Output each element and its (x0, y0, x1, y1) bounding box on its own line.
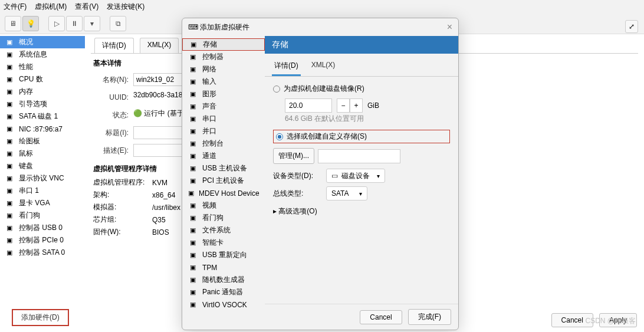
dlg-side-label: 并口 (202, 126, 216, 136)
dlg-side-4[interactable]: ▣图形 (182, 88, 265, 100)
dlg-side-16[interactable]: ▣智能卡 (182, 236, 265, 249)
keyboard-icon: ▣ (5, 162, 14, 170)
dlg-side-label: 文件系统 (202, 225, 231, 235)
dlg-side-9[interactable]: ▣通道 (182, 150, 265, 162)
app-cancel-button[interactable]: Cancel (551, 313, 593, 327)
sidebar-item-16[interactable]: ▣控制器 PCIe 0 (0, 234, 85, 246)
sidebar-item-17[interactable]: ▣控制器 SATA 0 (0, 246, 85, 259)
storage-icon: ▣ (189, 41, 198, 49)
sidebar-item-6[interactable]: ▣SATA 磁盘 1 (0, 110, 85, 123)
tab-0[interactable]: 详情(D) (94, 38, 134, 53)
menu-view[interactable]: 查看(V) (75, 2, 98, 12)
tb-play-icon[interactable]: ▷ (48, 16, 65, 31)
dlg-side-label: 图形 (202, 89, 216, 99)
sidebar-item-0[interactable]: ▣概况 (0, 36, 85, 48)
vsock-icon: ▣ (188, 301, 198, 309)
size-input[interactable] (285, 98, 332, 113)
sidebar-item-label: 显卡 VGA (19, 198, 50, 208)
dlg-side-12[interactable]: ▣MDEV Host Device (182, 187, 265, 199)
bus-type-dropdown[interactable]: SATA ▾ (326, 186, 367, 200)
tb-info-icon[interactable]: 💡 (22, 16, 39, 31)
sidebar-item-10[interactable]: ▣键盘 (0, 160, 85, 172)
fullscreen-icon[interactable]: ⤢ (625, 20, 638, 33)
tb-pause-icon[interactable]: ⏸ (66, 16, 83, 31)
advanced-options-label[interactable]: 高级选项(O) (278, 207, 317, 215)
dlg-side-20[interactable]: ▣Panic 通知器 (182, 286, 265, 298)
sidebar-item-3[interactable]: ▣CPU 数 (0, 73, 85, 86)
dlg-side-5[interactable]: ▣声音 (182, 100, 265, 113)
dlg-side-19[interactable]: ▣随机数生成器 (182, 274, 265, 286)
finish-button[interactable]: 完成(F) (408, 309, 451, 325)
sidebar-item-8[interactable]: ▣绘图板 (0, 135, 85, 147)
network-icon: ▣ (188, 65, 198, 74)
dlg-side-6[interactable]: ▣串口 (182, 113, 265, 125)
dlg-side-11[interactable]: ▣PCI 主机设备 (182, 175, 265, 187)
sidebar-item-11[interactable]: ▣显示协议 VNC (0, 172, 85, 185)
disk-icon: ▣ (5, 113, 14, 121)
dlg-tab-1[interactable]: XML(X) (309, 58, 338, 76)
radio-create-image[interactable] (273, 86, 280, 93)
name-input[interactable] (133, 73, 186, 86)
dlg-side-7[interactable]: ▣并口 (182, 125, 265, 137)
dlg-side-1[interactable]: ▣控制器 (182, 51, 265, 63)
tab-1[interactable]: XML(X) (140, 38, 179, 53)
dlg-side-14[interactable]: ▣看门狗 (182, 212, 265, 224)
usb-host-icon: ▣ (188, 165, 198, 173)
sidebar-item-5[interactable]: ▣引导选项 (0, 98, 85, 110)
dlg-side-21[interactable]: ▣VirtIO VSOCK (182, 298, 265, 311)
info-icon: ▣ (5, 51, 14, 59)
size-minus-button[interactable]: − (337, 98, 350, 113)
dlg-side-15[interactable]: ▣文件系统 (182, 224, 265, 236)
app-apply-button[interactable]: Apply (599, 313, 637, 327)
dlg-side-17[interactable]: ▣USB 重新定向 (182, 249, 265, 261)
size-plus-button[interactable]: + (350, 98, 363, 113)
cancel-button[interactable]: Cancel (360, 310, 402, 324)
sidebar-item-14[interactable]: ▣看门狗 (0, 209, 85, 222)
sidebar-item-4[interactable]: ▣内存 (0, 86, 85, 98)
title-input[interactable] (133, 126, 186, 139)
window-icon: ⌨ (188, 23, 198, 31)
desc-input[interactable] (133, 144, 186, 157)
tb-shutdown-icon[interactable]: ▾ (84, 16, 100, 31)
sidebar-item-7[interactable]: ▣NIC :87:96:a7 (0, 123, 85, 135)
dlg-side-label: MDEV Host Device (199, 189, 259, 198)
sidebar-item-13[interactable]: ▣显卡 VGA (0, 197, 85, 209)
device-type-dropdown[interactable]: ▭ 磁盘设备 ▾ (326, 169, 385, 183)
fs-icon: ▣ (188, 226, 198, 235)
menu-sendkeys[interactable]: 发送按键(K) (107, 2, 144, 12)
dlg-side-13[interactable]: ▣视频 (182, 199, 265, 212)
dlg-side-label: 串口 (202, 114, 216, 124)
storage-path-input[interactable] (318, 149, 400, 163)
sidebar-item-1[interactable]: ▣系统信息 (0, 48, 85, 61)
radio-custom-storage[interactable] (276, 133, 283, 140)
mdev-icon: ▣ (188, 189, 194, 198)
add-hardware-button[interactable]: 添加硬件(D) (12, 309, 69, 326)
dlg-side-0[interactable]: ▣存储 (182, 38, 265, 51)
detail-label-3: 芯片组: (93, 215, 146, 225)
dlg-side-3[interactable]: ▣输入 (182, 75, 265, 88)
sidebar-item-15[interactable]: ▣控制器 USB 0 (0, 222, 85, 234)
sidebar-item-12[interactable]: ▣串口 1 (0, 185, 85, 197)
gauge-icon: ▣ (5, 63, 14, 71)
tb-snapshot-icon[interactable]: ⧉ (110, 16, 126, 31)
dlg-side-label: 网络 (202, 64, 216, 74)
dlg-side-8[interactable]: ▣控制台 (182, 137, 265, 150)
dlg-side-2[interactable]: ▣网络 (182, 63, 265, 75)
state-label: 状态: (93, 110, 129, 120)
sidebar-item-2[interactable]: ▣性能 (0, 61, 85, 73)
smartcard-icon: ▣ (188, 239, 198, 247)
dlg-tab-0[interactable]: 详情(D) (272, 58, 301, 76)
sidebar-item-9[interactable]: ▣鼠标 (0, 147, 85, 160)
menu-vm[interactable]: 虚拟机(M) (35, 2, 67, 12)
sidebar-item-label: CPU 数 (19, 74, 43, 84)
dlg-side-label: 控制器 (202, 52, 224, 62)
dlg-side-18[interactable]: ▣TPM (182, 261, 265, 274)
close-icon[interactable]: × (447, 22, 452, 32)
sidebar-item-label: 键盘 (19, 161, 33, 171)
tb-monitor-icon[interactable]: 🖥 (5, 16, 21, 31)
expand-icon[interactable]: ▸ (273, 207, 277, 215)
manage-button[interactable]: 管理(M)... (273, 148, 314, 164)
dlg-side-10[interactable]: ▣USB 主机设备 (182, 162, 265, 175)
dlg-side-label: 声音 (202, 101, 216, 111)
menu-file[interactable]: 文件(F) (4, 2, 27, 12)
